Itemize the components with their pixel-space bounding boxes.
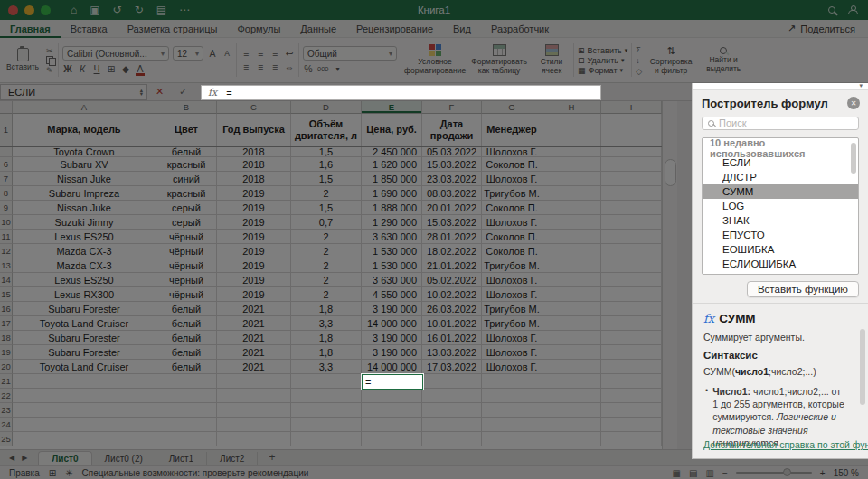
function-summary: Суммирует аргументы. xyxy=(703,332,855,343)
formula-value: = xyxy=(226,88,231,99)
syntax-pre: СУММ( xyxy=(703,366,735,377)
function-item-ЕСЛИОШИБКА[interactable]: ЕСЛИОШИБКА xyxy=(703,257,858,271)
excel-window: ⌂ ▣ ↺ ↻ ▤ ⋯ Книга1 ГлавнаяВставкаРазметк… xyxy=(0,0,868,479)
panel-close-button[interactable]: ✕ xyxy=(847,97,860,109)
function-description: fx СУММ Суммирует аргументы. Синтаксис С… xyxy=(693,304,868,458)
function-search-input[interactable] xyxy=(719,117,853,128)
description-scrollbar-thumb[interactable] xyxy=(860,329,865,405)
function-name: СУММ xyxy=(719,312,755,325)
active-cell-value: = xyxy=(365,377,371,388)
function-item-ЕОШИБКА[interactable]: ЕОШИБКА xyxy=(703,242,858,257)
argument-term: Число1: xyxy=(712,386,750,397)
function-item-LOG[interactable]: LOG xyxy=(703,199,858,213)
syntax-heading: Синтаксис xyxy=(703,350,855,361)
fx-icon: fx xyxy=(208,87,217,99)
formula-builder-panel: ▾ Построитель формул ✕ 10 недавно исполь… xyxy=(692,83,868,459)
text-cursor xyxy=(373,377,373,387)
function-list-scrollbar-thumb[interactable] xyxy=(851,143,856,174)
function-item-ЗНАК[interactable]: ЗНАК xyxy=(703,213,858,228)
function-item-ЕПУСТО[interactable]: ЕПУСТО xyxy=(703,228,858,242)
fx-icon: fx xyxy=(703,312,714,325)
syntax-arg: число1 xyxy=(735,366,769,377)
function-list: 10 недавно использовавшихсяЕСЛИДЛСТРСУММ… xyxy=(702,137,859,276)
syntax-rest: ;число2;...) xyxy=(769,366,816,377)
panel-title: Построитель формул xyxy=(702,97,828,110)
function-group-header: 10 недавно использовавшихся xyxy=(703,141,858,155)
function-item-И[interactable]: И xyxy=(703,271,858,276)
formula-input[interactable]: fx = xyxy=(201,85,601,100)
function-search-box[interactable] xyxy=(702,117,859,130)
search-icon xyxy=(708,120,714,127)
panel-top-strip: ▾ xyxy=(693,83,868,90)
syntax-line: СУММ(число1;число2;...) xyxy=(703,366,855,377)
function-item-СУММ[interactable]: СУММ xyxy=(703,184,858,199)
active-cell-E21[interactable]: = xyxy=(362,374,423,390)
insert-function-button[interactable]: Вставить функцию xyxy=(747,281,859,297)
function-help-link[interactable]: Дополнительная справка по этой функции xyxy=(703,439,868,450)
function-item-ДЛСТР[interactable]: ДЛСТР xyxy=(703,170,858,184)
